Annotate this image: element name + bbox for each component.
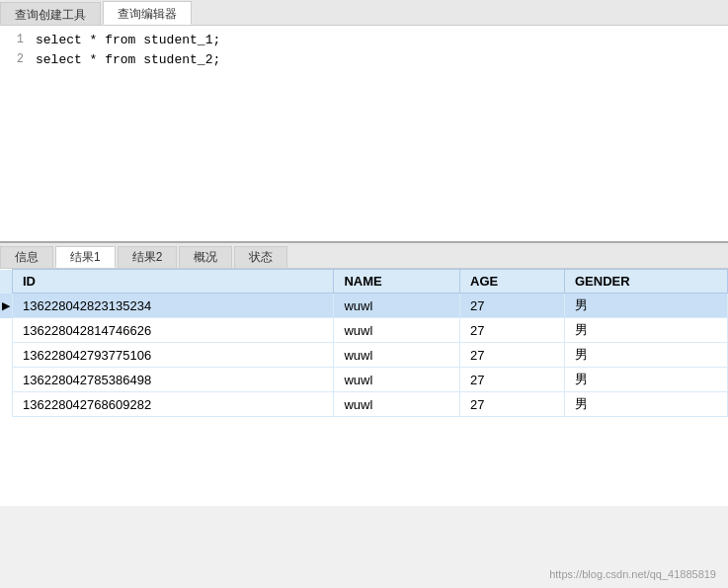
top-tab-bar: 查询创建工具查询编辑器 (0, 0, 728, 26)
cell-gender: 男 (564, 343, 727, 368)
cell-id: 136228042823135234 (13, 294, 334, 318)
row-indicator (0, 343, 13, 368)
cell-gender: 男 (564, 368, 727, 392)
code-line-1: 1select * from student_1; (0, 30, 728, 49)
cell-id: 136228042785386498 (13, 368, 334, 392)
cell-id: 136228042793775106 (13, 343, 334, 368)
code-text: select * from student_1; (36, 33, 220, 47)
cell-age: 27 (460, 368, 565, 392)
col-header-age: AGE (460, 270, 565, 294)
table-row[interactable]: ▶ 136228042823135234 wuwl 27 男 (0, 294, 728, 318)
cell-name: wuwl (334, 392, 460, 417)
result-area: IDNAMEAGEGENDER ▶ 136228042823135234 wuw… (0, 269, 728, 506)
cell-age: 27 (460, 318, 565, 343)
code-text: select * from student_2; (36, 52, 220, 67)
table-row[interactable]: 136228042785386498 wuwl 27 男 (0, 368, 728, 392)
top-tab-查询创建工具[interactable]: 查询创建工具 (0, 2, 101, 25)
sql-editor[interactable]: 1select * from student_1;2select * from … (0, 26, 728, 243)
cell-age: 27 (460, 343, 565, 368)
table-row[interactable]: 136228042768609282 wuwl 27 男 (0, 392, 728, 417)
cell-age: 27 (460, 392, 565, 417)
bottom-tab-状态[interactable]: 状态 (234, 246, 287, 268)
cell-id: 136228042768609282 (13, 392, 334, 417)
row-indicator (0, 368, 13, 392)
watermark: https://blog.csdn.net/qq_41885819 (549, 568, 716, 580)
code-line-2: 2select * from student_2; (0, 49, 728, 69)
table-row[interactable]: 136228042814746626 wuwl 27 男 (0, 318, 728, 343)
cell-name: wuwl (334, 343, 460, 368)
cell-name: wuwl (334, 294, 460, 318)
bottom-tab-结果1[interactable]: 结果1 (55, 246, 116, 268)
bottom-tab-结果2[interactable]: 结果2 (118, 246, 178, 268)
top-tab-查询编辑器[interactable]: 查询编辑器 (103, 1, 192, 25)
cell-name: wuwl (334, 318, 460, 343)
bottom-tab-概况[interactable]: 概况 (179, 246, 232, 268)
cell-gender: 男 (564, 392, 727, 417)
bottom-tab-bar: 信息结果1结果2概况状态 (0, 243, 728, 269)
col-header-id: ID (13, 270, 334, 294)
row-indicator-header (0, 270, 13, 294)
cell-name: wuwl (334, 368, 460, 392)
line-number: 2 (4, 52, 24, 66)
cell-age: 27 (460, 294, 565, 318)
cell-gender: 男 (564, 318, 727, 343)
row-indicator (0, 318, 13, 343)
row-indicator: ▶ (0, 294, 13, 318)
table-body: ▶ 136228042823135234 wuwl 27 男 136228042… (0, 294, 728, 417)
col-header-name: NAME (334, 270, 460, 294)
col-header-gender: GENDER (564, 270, 727, 294)
table-row[interactable]: 136228042793775106 wuwl 27 男 (0, 343, 728, 368)
line-number: 1 (4, 33, 24, 46)
bottom-tab-信息[interactable]: 信息 (0, 246, 53, 268)
cell-gender: 男 (564, 294, 727, 318)
row-indicator (0, 392, 13, 417)
result-table: IDNAMEAGEGENDER ▶ 136228042823135234 wuw… (0, 269, 728, 417)
cell-id: 136228042814746626 (13, 318, 334, 343)
table-header: IDNAMEAGEGENDER (0, 270, 728, 294)
